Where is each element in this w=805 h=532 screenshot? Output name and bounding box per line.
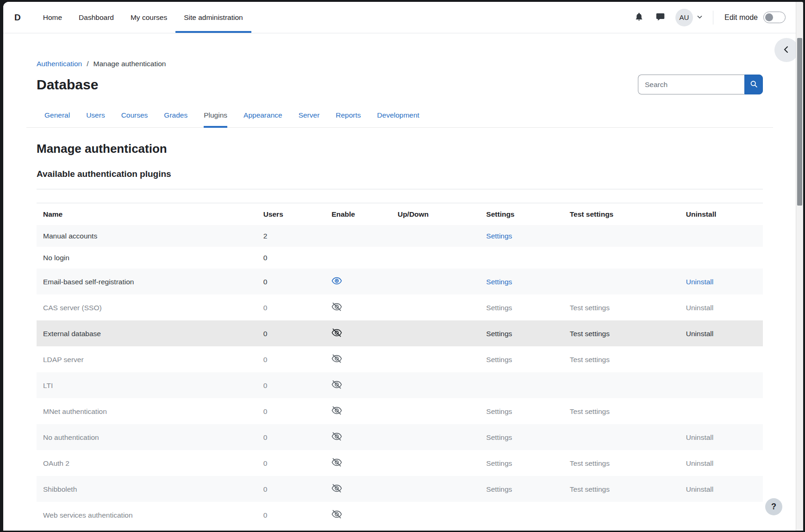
enable-plugin-eye-slash-icon[interactable] bbox=[331, 327, 342, 338]
table-spacer-row bbox=[37, 189, 763, 203]
plugin-users-count: 0 bbox=[260, 372, 328, 398]
tab-plugins[interactable]: Plugins bbox=[204, 106, 227, 128]
plugin-settings-link[interactable]: Settings bbox=[486, 407, 512, 415]
tab-development[interactable]: Development bbox=[377, 106, 419, 128]
plugin-settings-link[interactable]: Settings bbox=[486, 304, 512, 312]
enable-plugin-eye-slash-icon[interactable] bbox=[331, 353, 342, 364]
help-button[interactable]: ? bbox=[765, 498, 782, 515]
plugin-enable-empty bbox=[328, 225, 394, 247]
plugin-row-oauth-2: OAuth 20SettingsTest settingsUninstall bbox=[37, 450, 763, 476]
disable-plugin-eye-icon[interactable] bbox=[331, 275, 342, 286]
bell-icon bbox=[634, 12, 644, 23]
plugin-test-settings-link[interactable]: Test settings bbox=[570, 459, 610, 467]
edit-mode-control: Edit mode bbox=[724, 12, 786, 23]
plugin-test-settings-link[interactable]: Test settings bbox=[570, 356, 610, 363]
enable-plugin-eye-slash-icon[interactable] bbox=[331, 301, 342, 312]
plugin-name: OAuth 2 bbox=[37, 450, 260, 476]
plugin-updown-empty bbox=[394, 450, 482, 476]
plugins-table-wrap: NameUsersEnableUp/DownSettingsTest setti… bbox=[37, 189, 763, 528]
plugin-users-count: 0 bbox=[260, 294, 328, 320]
plugin-name: Shibboleth bbox=[37, 476, 260, 502]
plugin-settings-link[interactable]: Settings bbox=[486, 330, 512, 338]
plugin-updown-empty bbox=[394, 269, 482, 294]
plugin-users-count: 0 bbox=[260, 320, 328, 346]
plugin-test-settings-link[interactable]: Test settings bbox=[570, 485, 610, 493]
plugin-uninstall-link[interactable]: Uninstall bbox=[686, 433, 713, 441]
enable-plugin-eye-slash-icon[interactable] bbox=[331, 457, 342, 468]
settings-tabs: General Users Courses Grades Plugins App… bbox=[26, 106, 773, 128]
plugin-users-count: 0 bbox=[260, 476, 328, 502]
enable-plugin-eye-slash-icon[interactable] bbox=[331, 379, 342, 390]
tab-appearance[interactable]: Appearance bbox=[243, 106, 282, 128]
enable-plugin-eye-slash-icon[interactable] bbox=[331, 405, 342, 416]
plugin-uninstall-link[interactable]: Uninstall bbox=[686, 330, 713, 338]
tab-server[interactable]: Server bbox=[299, 106, 320, 128]
tab-courses[interactable]: Courses bbox=[121, 106, 148, 128]
plugin-updown-empty bbox=[394, 398, 482, 424]
nav-item-site-administration[interactable]: Site administration bbox=[175, 2, 251, 33]
plugin-uninstall-link-empty bbox=[682, 502, 763, 528]
plugin-row-email-based-self-registration: Email-based self-registration0SettingsUn… bbox=[37, 269, 763, 294]
plugin-uninstall-link[interactable]: Uninstall bbox=[686, 459, 713, 467]
notifications-button[interactable] bbox=[631, 9, 648, 26]
plugin-row-no-authentication: No authentication0SettingsUninstall bbox=[37, 424, 763, 450]
tab-users[interactable]: Users bbox=[86, 106, 105, 128]
plugin-settings-link[interactable]: Settings bbox=[486, 433, 512, 441]
plugin-test-settings-link-empty bbox=[566, 372, 682, 398]
plugin-test-settings-link-empty bbox=[566, 269, 682, 294]
column-header-up-down: Up/Down bbox=[394, 203, 482, 225]
plugin-name: CAS server (SSO) bbox=[37, 294, 260, 320]
plugin-users-count: 2 bbox=[260, 225, 328, 247]
plugin-users-count: 0 bbox=[260, 247, 328, 269]
edit-mode-toggle[interactable] bbox=[763, 12, 786, 23]
plugin-uninstall-link[interactable]: Uninstall bbox=[686, 278, 713, 286]
nav-item-my-courses[interactable]: My courses bbox=[122, 2, 175, 33]
plugin-test-settings-link[interactable]: Test settings bbox=[570, 407, 610, 415]
enable-plugin-eye-slash-icon[interactable] bbox=[331, 509, 342, 519]
page-scrollbar[interactable] bbox=[796, 2, 803, 531]
plugin-row-cas-server-sso: CAS server (SSO)0SettingsTest settingsUn… bbox=[37, 294, 763, 320]
tab-reports[interactable]: Reports bbox=[336, 106, 361, 128]
tab-grades[interactable]: Grades bbox=[164, 106, 187, 128]
main-content: Authentication / Manage authentication D… bbox=[3, 33, 803, 531]
messages-button[interactable] bbox=[652, 9, 669, 26]
plugin-name: LDAP server bbox=[37, 346, 260, 372]
top-navbar: D Home Dashboard My courses Site adminis… bbox=[3, 2, 803, 33]
scrollbar-thumb[interactable] bbox=[797, 38, 802, 206]
enable-plugin-eye-slash-icon[interactable] bbox=[331, 483, 342, 494]
plugin-settings-link-empty bbox=[482, 372, 566, 398]
plugin-users-count: 0 bbox=[260, 502, 328, 528]
speech-bubble-icon bbox=[655, 12, 665, 23]
search-button[interactable] bbox=[744, 75, 763, 94]
plugin-settings-link[interactable]: Settings bbox=[486, 232, 512, 240]
plugin-updown-empty bbox=[394, 424, 482, 450]
plugin-test-settings-link[interactable]: Test settings bbox=[570, 330, 610, 338]
plugin-settings-link[interactable]: Settings bbox=[486, 356, 512, 363]
plugin-settings-link[interactable]: Settings bbox=[486, 485, 512, 493]
plugin-updown-empty bbox=[394, 372, 482, 398]
nav-item-dashboard[interactable]: Dashboard bbox=[70, 2, 122, 33]
tab-general[interactable]: General bbox=[44, 106, 70, 128]
plugin-name: LTI bbox=[37, 372, 260, 398]
user-menu[interactable]: AU bbox=[675, 9, 703, 26]
open-block-drawer-button[interactable] bbox=[774, 38, 799, 62]
plugin-name: No login bbox=[37, 247, 260, 269]
plugin-uninstall-link[interactable]: Uninstall bbox=[686, 485, 713, 493]
chevron-down-icon bbox=[697, 13, 703, 22]
search-input[interactable] bbox=[638, 75, 744, 94]
plugin-settings-link[interactable]: Settings bbox=[486, 278, 512, 286]
breadcrumb-authentication-link[interactable]: Authentication bbox=[37, 60, 82, 68]
magnifier-icon bbox=[750, 80, 758, 89]
plugin-uninstall-link-empty bbox=[682, 247, 763, 269]
plugin-test-settings-link[interactable]: Test settings bbox=[570, 304, 610, 312]
enable-plugin-eye-slash-icon[interactable] bbox=[331, 431, 342, 442]
plugin-uninstall-link[interactable]: Uninstall bbox=[686, 304, 713, 312]
site-logo[interactable]: D bbox=[14, 2, 21, 33]
plugin-name: Email-based self-registration bbox=[37, 269, 260, 294]
avatar[interactable]: AU bbox=[675, 9, 693, 26]
nav-item-home[interactable]: Home bbox=[35, 2, 70, 33]
plugin-settings-link[interactable]: Settings bbox=[486, 459, 512, 467]
plugin-users-count: 0 bbox=[260, 398, 328, 424]
plugin-test-settings-link-empty bbox=[566, 424, 682, 450]
plugin-test-settings-link-empty bbox=[566, 502, 682, 528]
